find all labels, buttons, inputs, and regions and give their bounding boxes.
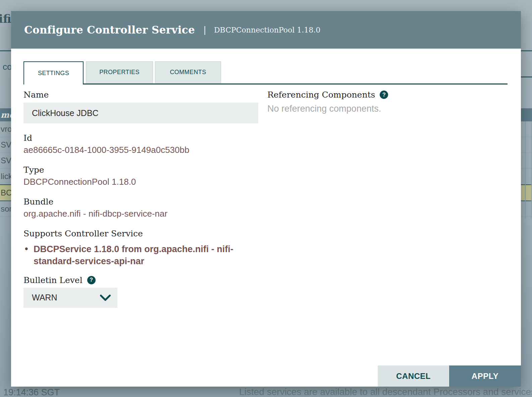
- id-value: ae86665c-0184-1000-3955-9149a0c530bb: [23, 145, 258, 155]
- name-input[interactable]: [23, 103, 258, 123]
- help-icon[interactable]: ?: [380, 91, 388, 99]
- referencing-components-section: Referencing Components ? No referencing …: [267, 84, 506, 114]
- dialog-actions: CANCEL APPLY: [378, 365, 521, 387]
- help-icon[interactable]: ?: [87, 276, 96, 284]
- dialog-tabbar: SETTINGS PROPERTIES COMMENTS: [23, 61, 508, 84]
- background-column-divider: [525, 121, 526, 219]
- referencing-components-empty-text: No referencing components.: [267, 104, 506, 114]
- type-label: Type: [23, 165, 258, 175]
- bulletin-level-label: Bulletin Level: [23, 275, 83, 285]
- tab-comments[interactable]: COMMENTS: [155, 61, 221, 83]
- bulletin-level-value: WARN: [32, 293, 57, 302]
- bundle-value: org.apache.nifi - nifi-dbcp-service-nar: [23, 209, 258, 219]
- type-value: DBCPConnectionPool 1.18.0: [23, 177, 258, 187]
- dialog-header: Configure Controller Service | DBCPConne…: [11, 11, 521, 49]
- supports-controller-service-item: DBCPService 1.18.0 from org.apache.nifi …: [23, 243, 255, 268]
- supports-controller-service-list: DBCPService 1.18.0 from org.apache.nifi …: [23, 243, 258, 268]
- settings-form-left-column: Name Id ae86665c-0184-1000-3955-9149a0c5…: [23, 84, 258, 308]
- background-tab-fragment: co: [3, 62, 12, 72]
- title-separator: |: [204, 25, 206, 35]
- tab-properties[interactable]: PROPERTIES: [86, 61, 153, 83]
- dialog-title: Configure Controller Service: [24, 24, 195, 36]
- apply-button[interactable]: APPLY: [449, 365, 521, 387]
- dialog-subtitle: DBCPConnectionPool 1.18.0: [214, 26, 320, 34]
- background-status-text: Listed services are available to all des…: [239, 387, 532, 397]
- supports-controller-service-label: Supports Controller Service: [23, 229, 258, 238]
- referencing-components-label: Referencing Components: [267, 90, 375, 100]
- bulletin-level-select[interactable]: WARN: [23, 288, 117, 308]
- cancel-button[interactable]: CANCEL: [378, 365, 449, 387]
- id-label: Id: [23, 133, 258, 143]
- background-column-divider: [531, 121, 532, 219]
- name-label: Name: [23, 90, 258, 100]
- bundle-label: Bundle: [23, 197, 258, 207]
- configure-controller-service-dialog: Configure Controller Service | DBCPConne…: [11, 11, 521, 387]
- tab-settings[interactable]: SETTINGS: [23, 61, 84, 84]
- clock-timestamp: 19:14:36 SGT: [3, 387, 60, 397]
- chevron-down-icon: [100, 294, 111, 301]
